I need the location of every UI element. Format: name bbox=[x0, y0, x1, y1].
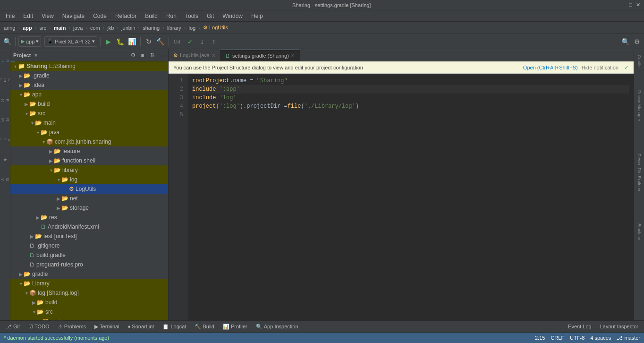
tree-item-res[interactable]: ▶ 📂 res bbox=[10, 213, 168, 222]
indent-setting[interactable]: 4 spaces bbox=[590, 335, 611, 341]
tree-item-idea[interactable]: ▶ 📂 .idea bbox=[10, 80, 168, 90]
tree-item-gradle-root[interactable]: ▶ 📂 gradle bbox=[10, 269, 168, 279]
profile-button[interactable]: 📊 bbox=[127, 36, 137, 47]
left-icon-project[interactable]: Proj bbox=[0, 51, 10, 70]
menu-git[interactable]: Git bbox=[203, 12, 218, 20]
bottom-btn-git[interactable]: ⎇ Git bbox=[2, 323, 24, 331]
left-icon-commit[interactable]: Cmt bbox=[0, 71, 10, 90]
sidebar-settings-btn[interactable]: ⚙ bbox=[129, 51, 137, 59]
menu-edit[interactable]: Edit bbox=[19, 12, 37, 20]
menu-file[interactable]: File bbox=[2, 12, 18, 20]
nav-logutils[interactable]: ⚙ LogUtils bbox=[201, 24, 230, 31]
bottom-btn-sonarlint[interactable]: ♦ SonarLint bbox=[124, 323, 158, 330]
tree-item-Library[interactable]: ▾ 📂 Library bbox=[10, 279, 168, 288]
maximize-button[interactable]: □ bbox=[629, 2, 632, 8]
nav-sharing[interactable]: aring bbox=[2, 25, 17, 31]
code-content[interactable]: rootProject.name = "Sharing" include ':a… bbox=[187, 74, 634, 320]
tree-item-src2[interactable]: ▾ 📂 src bbox=[10, 307, 168, 317]
tab-close-settings[interactable]: ✕ bbox=[291, 53, 295, 58]
tree-item-gitignore[interactable]: 🗋 .gitignore bbox=[10, 241, 168, 250]
tree-item-com-jkb[interactable]: ▾ 📦 com.jkb.junbin.sharing bbox=[10, 137, 168, 146]
bottom-btn-problems[interactable]: ⚠ Problems bbox=[54, 323, 90, 331]
tree-item-main[interactable]: ▾ 📂 main bbox=[10, 118, 168, 128]
nav-com[interactable]: com bbox=[88, 25, 102, 31]
tree-item-proguard[interactable]: 🗋 proguard-rules.pro bbox=[10, 260, 168, 269]
tree-item-build[interactable]: ▶ 📂 build bbox=[10, 99, 168, 109]
tab-logutils[interactable]: ⚙ LogUtils.java ✕ bbox=[169, 50, 220, 61]
tree-item-function-shell[interactable]: ▶ 📂 function.shell bbox=[10, 156, 168, 165]
close-button[interactable]: ✕ bbox=[636, 2, 640, 8]
cursor-position[interactable]: 2:15 bbox=[535, 335, 545, 341]
tree-item-log[interactable]: ▾ 📂 log bbox=[10, 175, 168, 184]
menu-help[interactable]: Help bbox=[247, 12, 267, 20]
bottom-btn-appinspection[interactable]: 🔍 App Inspection bbox=[252, 323, 302, 331]
menu-build[interactable]: Build bbox=[141, 12, 161, 20]
nav-log[interactable]: log bbox=[187, 25, 198, 31]
build-button[interactable]: 🔨 bbox=[155, 36, 166, 47]
code-editor[interactable]: 1 2 3 4 5 rootProject.name = "Sharing" i… bbox=[169, 74, 634, 320]
toolbar-search-btn[interactable]: 🔍 bbox=[2, 36, 12, 47]
tree-item-library[interactable]: ▾ 📂 library bbox=[10, 165, 168, 175]
left-icon-favorites[interactable]: ★ bbox=[0, 150, 10, 169]
right-icon-emulator[interactable]: Emulator bbox=[635, 220, 644, 244]
nav-library[interactable]: library bbox=[165, 25, 183, 31]
line-ending[interactable]: CRLF bbox=[551, 335, 564, 341]
menu-code[interactable]: Code bbox=[89, 12, 110, 20]
bottom-btn-eventlog[interactable]: Event Log bbox=[564, 323, 595, 330]
tree-item-build-gradle[interactable]: 🗋 build.gradle bbox=[10, 250, 168, 260]
tree-item-main2[interactable]: ▾ 📂 main bbox=[10, 317, 168, 320]
nav-app[interactable]: app bbox=[21, 25, 34, 31]
notification-open-btn[interactable]: Open (Ctrl+Alt+Shift+S) bbox=[523, 65, 578, 70]
sidebar-collapse-btn[interactable]: ≡ bbox=[139, 51, 146, 59]
nav-jkb[interactable]: jkb bbox=[105, 25, 116, 31]
tab-close-logutils[interactable]: ✕ bbox=[212, 53, 215, 58]
tree-item-src[interactable]: ▾ 📂 src bbox=[10, 109, 168, 118]
search-everywhere-btn[interactable]: 🔍 bbox=[620, 36, 630, 47]
tree-item-gradle[interactable]: ▶ 📂 .gradle bbox=[10, 71, 168, 80]
menu-view[interactable]: View bbox=[38, 12, 58, 20]
menu-navigate[interactable]: Navigate bbox=[59, 12, 88, 20]
sync-button[interactable]: ↻ bbox=[144, 36, 154, 47]
tree-item-build2[interactable]: ▶ 📂 build bbox=[10, 298, 168, 307]
nav-junbin[interactable]: junbin bbox=[119, 25, 137, 31]
minimize-button[interactable]: ─ bbox=[622, 2, 626, 8]
device-dropdown[interactable]: 📱 Pixel XL API 32 ▾ bbox=[44, 36, 97, 47]
sidebar-expand-btn[interactable]: ⇅ bbox=[148, 51, 156, 59]
tree-item-logutils[interactable]: ⚙ LogUtils bbox=[10, 184, 168, 194]
sidebar-close-btn[interactable]: — bbox=[158, 51, 165, 59]
notification-hide-btn[interactable]: Hide notification bbox=[582, 65, 619, 70]
tree-item-java[interactable]: ▾ 📂 java bbox=[10, 128, 168, 137]
run-button[interactable]: ▶ bbox=[103, 36, 114, 47]
tree-item-feature[interactable]: ▶ 📂 feature bbox=[10, 146, 168, 156]
menu-refactor[interactable]: Refactor bbox=[111, 12, 140, 20]
tree-item-app[interactable]: ▾ 📂 app bbox=[10, 90, 168, 99]
git-pull-button[interactable]: ↓ bbox=[197, 36, 207, 47]
bottom-btn-todo[interactable]: ☑ TODO bbox=[25, 323, 53, 331]
left-icon-structure[interactable]: Str bbox=[0, 130, 10, 149]
bottom-btn-build[interactable]: 🔨 Build bbox=[191, 323, 218, 331]
tree-item-storage[interactable]: ▶ 📂 storage bbox=[10, 203, 168, 213]
tab-settings-gradle[interactable]: 🗋 settings.gradle (Sharing) ✕ bbox=[220, 50, 300, 61]
nav-src[interactable]: src bbox=[37, 25, 48, 31]
right-icon-device-file-explorer[interactable]: Device File Explorer bbox=[635, 150, 644, 196]
left-icon-resource[interactable]: RM bbox=[0, 111, 10, 129]
nav-java[interactable]: java bbox=[71, 25, 85, 31]
bottom-btn-terminal[interactable]: ▶ Terminal bbox=[91, 323, 123, 331]
git-check-button[interactable]: ✓ bbox=[185, 36, 195, 47]
nav-main[interactable]: main bbox=[52, 25, 68, 31]
git-push-button[interactable]: ↑ bbox=[209, 36, 219, 47]
debug-button[interactable]: 🐛 bbox=[115, 36, 126, 47]
bottom-btn-logcat[interactable]: 📋 Logcat bbox=[159, 323, 190, 331]
right-icon-gradle[interactable]: Gradle bbox=[635, 51, 644, 71]
tree-item-sharing[interactable]: ▾ 📁 Sharing E:\Sharing bbox=[10, 61, 168, 71]
menu-tools[interactable]: Tools bbox=[181, 12, 202, 20]
tree-item-manifest[interactable]: 🗋 AndroidManifest.xml bbox=[10, 222, 168, 232]
tree-item-test[interactable]: ▶ 📂 test [unitTest] bbox=[10, 232, 168, 241]
bottom-btn-layoutinspector[interactable]: Layout Inspector bbox=[596, 323, 642, 330]
run-config-dropdown[interactable]: ▶ app ▾ bbox=[18, 36, 41, 47]
tree-item-net[interactable]: ▶ 📂 net bbox=[10, 194, 168, 203]
bottom-btn-profiler[interactable]: 📊 Profiler bbox=[219, 323, 251, 331]
menu-window[interactable]: Window bbox=[219, 12, 246, 20]
left-icon-variants[interactable]: BV bbox=[0, 170, 10, 189]
nav-sharing2[interactable]: sharing bbox=[141, 25, 161, 31]
